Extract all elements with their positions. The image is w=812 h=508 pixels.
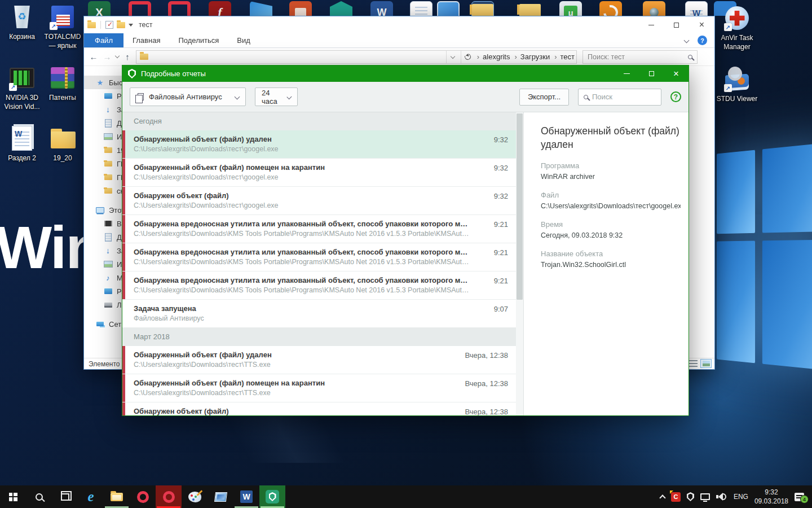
qat-dropdown-icon[interactable] [129, 24, 133, 27]
sidebar-item-icon [103, 91, 113, 101]
forward-button[interactable]: → [102, 52, 112, 62]
properties-icon[interactable] [105, 21, 113, 29]
language-indicator[interactable]: ENG [734, 493, 748, 501]
tray-expand-icon[interactable] [659, 494, 665, 501]
desktop-icon[interactable] [437, 1, 460, 16]
taskbar-button[interactable] [52, 485, 78, 508]
maximize-button[interactable] [664, 16, 689, 33]
desktop-icon[interactable]: AnVir Task Manager [715, 5, 759, 51]
desktop-icon[interactable]: Корзина [0, 3, 44, 42]
tab-share[interactable]: Поделиться [169, 33, 228, 47]
breadcrumb-item[interactable]: › тест [553, 52, 576, 61]
tab-view[interactable]: Вид [228, 33, 259, 47]
details-view-icon[interactable] [689, 360, 698, 367]
desktop-icon-label: 19_20 [53, 154, 72, 163]
taskbar-button[interactable] [0, 485, 26, 508]
taskbar-button[interactable] [233, 485, 259, 508]
volume-icon[interactable] [716, 493, 727, 501]
report-row[interactable]: Обнаруженный объект (файл) удален C:\Use… [122, 130, 516, 159]
sidebar-item-icon [103, 132, 113, 142]
report-search-input[interactable]: Поиск [578, 89, 661, 106]
back-button[interactable]: ← [89, 52, 99, 62]
taskbar-button[interactable] [26, 485, 52, 508]
maximize-button[interactable] [639, 65, 664, 82]
report-row-time: 9:07 [494, 305, 508, 313]
desktop-icon[interactable]: STDU Viewer [715, 65, 759, 104]
report-titlebar[interactable]: Подробные отчеты × [122, 65, 689, 82]
desktop-icon[interactable]: 19_20 [41, 125, 85, 163]
ribbon-expand-icon[interactable] [684, 38, 690, 43]
report-row[interactable]: Задача запущена Файловый Антивирус 9:07 [122, 300, 516, 328]
report-row[interactable]: Обнаружена вредоносная утилита или упако… [122, 215, 516, 243]
recent-locations-icon[interactable] [115, 54, 120, 58]
scrollbar-thumb[interactable] [517, 113, 523, 300]
breadcrumb-separator-icon: › [554, 52, 557, 61]
taskbar-button[interactable] [208, 485, 233, 508]
desktop-icon[interactable] [250, 1, 272, 16]
explorer-search-input[interactable]: Поиск: тест [582, 50, 698, 64]
taskbar-button[interactable] [182, 485, 208, 508]
minimize-button[interactable] [638, 16, 664, 33]
scrollbar[interactable] [516, 112, 523, 415]
desktop-icon[interactable] [559, 1, 582, 16]
desktop-icon[interactable] [88, 1, 111, 16]
desktop-icon[interactable] [209, 1, 231, 16]
desktop-icon[interactable] [410, 1, 433, 16]
component-filter-dropdown[interactable]: Файловый Антивирус [130, 87, 246, 106]
desktop-icon[interactable] [643, 1, 665, 16]
severity-marker [122, 187, 125, 214]
app-icon [266, 490, 279, 503]
desktop-icon[interactable] [685, 1, 708, 16]
help-icon[interactable] [698, 36, 707, 45]
refresh-icon[interactable] [461, 51, 474, 63]
desktop-icon[interactable]: TOTALCMD — ярлык [41, 3, 85, 50]
taskbar-button[interactable] [130, 485, 156, 508]
help-icon[interactable] [670, 91, 681, 102]
network-icon[interactable] [700, 493, 710, 500]
report-row[interactable]: Обнаружена вредоносная утилита или упако… [122, 271, 516, 300]
report-row[interactable]: Обнаружен объект (файл) C:\Users\alexgri… [122, 402, 516, 415]
breadcrumb-item[interactable]: › Загрузки [513, 52, 551, 61]
period-filter-dropdown[interactable]: 24 часа [255, 87, 298, 106]
notification-center-icon[interactable]: 4 [795, 493, 804, 501]
tab-file[interactable]: Файл [84, 33, 123, 47]
address-input[interactable]: › alexgrits › Загрузки › тест [136, 50, 577, 64]
taskbar-button[interactable] [104, 485, 130, 508]
tab-home[interactable]: Главная [123, 33, 169, 47]
clock[interactable]: 9:32 09.03.2018 [754, 488, 788, 506]
taskbar-button[interactable] [156, 485, 182, 508]
desktop-icon[interactable] [519, 1, 541, 16]
report-row[interactable]: Обнаруженный объект (файл) удален C:\Use… [122, 346, 516, 374]
new-folder-icon[interactable] [117, 22, 125, 28]
desktop-icon[interactable] [370, 1, 393, 16]
desktop-icon[interactable]: Патенты [41, 64, 85, 103]
desktop-icon[interactable] [471, 1, 494, 16]
minimize-button[interactable] [614, 65, 639, 82]
breadcrumb-item[interactable]: › alexgrits [475, 52, 512, 61]
desktop-icon[interactable] [599, 1, 622, 16]
comodo-tray-icon[interactable] [671, 492, 681, 502]
thumbnail-view-icon[interactable] [700, 359, 712, 368]
desktop-icon[interactable] [168, 1, 191, 16]
desktop-icon[interactable]: Раздел 2 [0, 125, 44, 163]
export-button[interactable]: Экспорт... [519, 89, 569, 106]
desktop-icon[interactable]: NVIDIA 3D Vision Vid... [0, 64, 44, 111]
sidebar-item-icon [103, 186, 113, 196]
report-row[interactable]: Обнаружен объект (файл) C:\Users\alexgri… [122, 187, 516, 215]
desktop-icon[interactable] [129, 1, 151, 16]
address-dropdown-icon[interactable] [446, 51, 460, 63]
desktop-icon[interactable] [289, 1, 312, 16]
folder-icon[interactable] [87, 22, 96, 28]
close-button[interactable]: × [664, 65, 689, 82]
report-row[interactable]: Обнаруженный объект (файл) помещен на ка… [122, 374, 516, 402]
close-button[interactable]: × [689, 16, 714, 33]
taskbar-button[interactable] [78, 485, 104, 508]
kaspersky-tray-icon[interactable] [687, 492, 694, 501]
report-row[interactable]: Обнаружена вредоносная утилита или упако… [122, 243, 516, 271]
taskbar-button[interactable] [259, 485, 285, 508]
report-row[interactable]: Обнаруженный объект (файл) помещен на ка… [122, 159, 516, 187]
desktop-icon[interactable] [330, 1, 352, 16]
detail-field-value: Сегодня, 09.03.2018 9:32 [541, 231, 681, 239]
up-button[interactable]: ↑ [122, 52, 133, 62]
explorer-titlebar[interactable]: тест × [84, 16, 714, 33]
